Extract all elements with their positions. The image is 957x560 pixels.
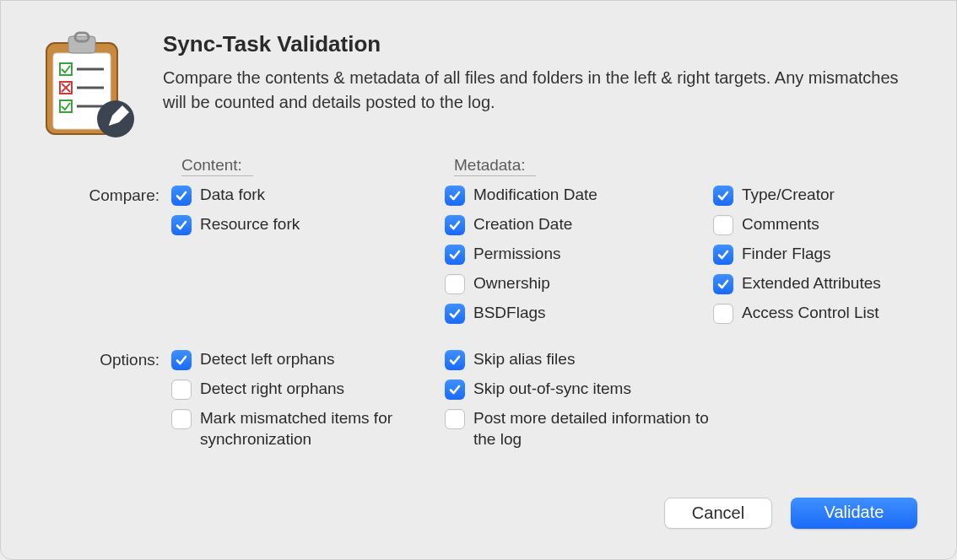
checkbox-row[interactable]: BSDFlags <box>445 303 713 324</box>
dialog-description: Compare the contents & metadata of all f… <box>163 66 922 115</box>
checkbox-row[interactable]: Ownership <box>445 273 713 294</box>
checkbox[interactable] <box>445 304 465 324</box>
checkbox-label: Finder Flags <box>742 244 831 265</box>
checkbox[interactable] <box>445 215 465 235</box>
checkbox-label: Skip out-of-sync items <box>473 379 631 400</box>
checkbox-row[interactable]: Type/Creator <box>713 185 922 206</box>
dialog-title: Sync-Task Validation <box>163 31 922 57</box>
compare-label: Compare: <box>31 185 171 324</box>
checkbox-row[interactable]: Comments <box>713 214 922 235</box>
checkbox-label: Extended Attributes <box>742 273 881 294</box>
checkbox-row[interactable]: Extended Attributes <box>713 273 922 294</box>
checkbox-label: Permissions <box>473 244 560 265</box>
cancel-button[interactable]: Cancel <box>664 498 772 529</box>
checkbox-row[interactable]: Mark mismatched items for synchronizatio… <box>171 408 445 450</box>
checkbox-label: Access Control List <box>742 303 879 324</box>
checkbox[interactable] <box>171 380 192 400</box>
compare-metadata-column-b: Type/CreatorCommentsFinder FlagsExtended… <box>713 185 922 324</box>
checkbox[interactable] <box>171 215 192 235</box>
checkbox-row[interactable]: Skip out-of-sync items <box>445 379 922 400</box>
metadata-section-header: Metadata: <box>454 156 536 176</box>
checkbox-label: Detect left orphans <box>200 349 334 370</box>
checkbox-row[interactable]: Post more detailed information to the lo… <box>445 408 922 450</box>
checkbox[interactable] <box>445 186 465 206</box>
checkbox-label: Post more detailed information to the lo… <box>473 408 710 450</box>
checkbox[interactable] <box>713 304 733 324</box>
checkbox-label: Data fork <box>200 185 265 206</box>
checkbox[interactable] <box>171 186 192 206</box>
checkbox-label: Detect right orphans <box>200 379 344 400</box>
checkbox-label: Modification Date <box>473 185 597 206</box>
checkbox[interactable] <box>445 409 465 429</box>
checkbox-row[interactable]: Data fork <box>171 185 445 206</box>
checkbox-label: Comments <box>742 214 819 235</box>
compare-metadata-column-a: Modification DateCreation DatePermission… <box>445 185 713 324</box>
checkbox-label: Skip alias files <box>473 349 575 370</box>
checkbox[interactable] <box>713 215 733 235</box>
checkbox-label: BSDFlags <box>473 303 546 324</box>
checkbox[interactable] <box>445 245 465 265</box>
compare-content-column: Data forkResource fork <box>171 185 445 324</box>
checkbox-row[interactable]: Finder Flags <box>713 244 922 265</box>
checkbox-row[interactable]: Access Control List <box>713 303 922 324</box>
checkbox-label: Mark mismatched items for synchronizatio… <box>200 408 436 450</box>
validate-button[interactable]: Validate <box>791 498 917 529</box>
checkbox-label: Type/Creator <box>742 185 835 206</box>
content-section-header: Content: <box>181 156 253 176</box>
checkbox[interactable] <box>445 350 465 370</box>
checkbox-label: Creation Date <box>473 214 572 235</box>
sync-task-validation-dialog: Sync-Task Validation Compare the content… <box>0 0 957 560</box>
checkbox-row[interactable]: Skip alias files <box>445 349 922 370</box>
checkbox[interactable] <box>171 350 192 370</box>
checkbox[interactable] <box>713 245 733 265</box>
checkbox[interactable] <box>171 409 192 429</box>
checkbox[interactable] <box>445 380 465 400</box>
checkbox[interactable] <box>445 274 465 294</box>
checkbox-label: Ownership <box>473 273 550 294</box>
options-column-b: Skip alias filesSkip out-of-sync itemsPo… <box>445 349 922 450</box>
svg-rect-2 <box>68 36 95 53</box>
options-label: Options: <box>31 349 171 450</box>
checkbox-row[interactable]: Resource fork <box>171 214 445 235</box>
clipboard-validate-icon <box>31 31 139 141</box>
checkbox-row[interactable]: Detect left orphans <box>171 349 445 370</box>
checkbox[interactable] <box>713 186 733 206</box>
checkbox-label: Resource fork <box>200 214 300 235</box>
checkbox-row[interactable]: Permissions <box>445 244 713 265</box>
checkbox-row[interactable]: Detect right orphans <box>171 379 445 400</box>
checkbox-row[interactable]: Creation Date <box>445 214 713 235</box>
options-column-a: Detect left orphansDetect right orphansM… <box>171 349 445 450</box>
checkbox[interactable] <box>713 274 733 294</box>
checkbox-row[interactable]: Modification Date <box>445 185 713 206</box>
